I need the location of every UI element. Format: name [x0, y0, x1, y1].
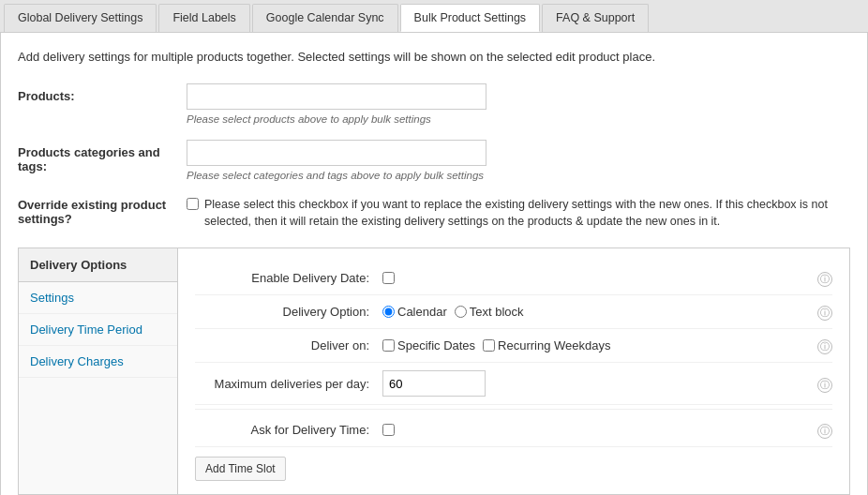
deliver-on-label: Deliver on: — [195, 338, 382, 352]
panel-row-ask-delivery-time: Ask for Delivery Time: ⓘ — [195, 413, 832, 447]
separator — [195, 409, 832, 410]
override-description: Please select this checkbox if you want … — [204, 196, 850, 232]
override-label: Override existing product settings? — [18, 196, 187, 226]
tabs-bar: Global Delivery Settings Field Labels Go… — [0, 0, 868, 33]
tab-bulk-product[interactable]: Bulk Product Settings — [400, 4, 541, 32]
tab-field-labels[interactable]: Field Labels — [158, 4, 249, 32]
tab-faq-support[interactable]: FAQ & Support — [542, 4, 649, 32]
delivery-option-label: Delivery Option: — [195, 305, 382, 319]
enable-delivery-info-icon: ⓘ — [817, 269, 832, 287]
radio-textblock-label[interactable]: Text block — [455, 305, 524, 319]
products-section: Products: Please select products above t… — [18, 83, 850, 125]
products-hint: Please select products above to apply bu… — [187, 113, 850, 125]
categories-section: Products categories and tags: Please sel… — [18, 140, 850, 181]
panel-main: Enable Delivery Date: ⓘ Delivery Option:… — [178, 248, 849, 494]
main-content: Add delivery settings for multiple produ… — [0, 33, 868, 495]
categories-hint: Please select categories and tags above … — [187, 170, 850, 181]
override-section: Override existing product settings? Plea… — [18, 196, 850, 232]
sidebar-item-delivery-time-period[interactable]: Delivery Time Period — [19, 314, 177, 346]
products-field: Please select products above to apply bu… — [187, 83, 850, 125]
products-input[interactable] — [187, 83, 486, 110]
ask-delivery-time-control — [382, 424, 817, 436]
enable-delivery-label: Enable Delivery Date: — [195, 271, 382, 285]
categories-field: Please select categories and tags above … — [187, 140, 850, 181]
categories-input[interactable] — [187, 140, 486, 166]
specific-dates-label[interactable]: Specific Dates — [382, 338, 475, 352]
recurring-weekdays-checkbox[interactable] — [483, 339, 495, 352]
radio-calendar[interactable] — [382, 306, 395, 318]
enable-delivery-control — [382, 272, 817, 284]
max-deliveries-label: Maximum deliveries per day: — [195, 377, 382, 391]
delivery-option-info-icon: ⓘ — [817, 303, 832, 321]
max-deliveries-info-icon: ⓘ — [817, 375, 832, 393]
sidebar-item-delivery-charges[interactable]: Delivery Charges — [19, 346, 177, 378]
sidebar-title: Delivery Options — [19, 248, 177, 282]
specific-dates-checkbox[interactable] — [382, 339, 395, 352]
deliver-on-info-icon: ⓘ — [817, 337, 832, 354]
sidebar-item-settings[interactable]: Settings — [19, 282, 177, 314]
add-time-slot-button[interactable]: Add Time Slot — [195, 457, 286, 481]
max-deliveries-control — [382, 370, 817, 397]
ask-delivery-time-checkbox[interactable] — [382, 424, 395, 436]
max-deliveries-input[interactable] — [382, 370, 486, 397]
panel-row-deliver-on: Deliver on: Specific Dates Recurring Wee… — [195, 329, 832, 363]
override-checkbox[interactable] — [187, 198, 199, 210]
delivery-option-control: Calendar Text block — [382, 305, 817, 319]
delivery-panel: Delivery Options Settings Delivery Time … — [18, 248, 850, 495]
panel-row-delivery-option: Delivery Option: Calendar Text block ⓘ — [195, 295, 832, 329]
enable-delivery-checkbox[interactable] — [382, 272, 395, 284]
ask-delivery-time-info-icon: ⓘ — [817, 421, 832, 439]
radio-textblock[interactable] — [455, 306, 467, 318]
radio-calendar-label[interactable]: Calendar — [382, 305, 447, 319]
page-description: Add delivery settings for multiple produ… — [18, 48, 850, 67]
panel-row-enable-delivery: Enable Delivery Date: ⓘ — [195, 262, 832, 295]
panel-row-max-deliveries: Maximum deliveries per day: ⓘ — [195, 363, 832, 405]
panel-sidebar: Delivery Options Settings Delivery Time … — [19, 248, 178, 494]
tab-global-delivery[interactable]: Global Delivery Settings — [4, 4, 157, 32]
deliver-on-control: Specific Dates Recurring Weekdays — [382, 338, 817, 352]
categories-label: Products categories and tags: — [18, 140, 187, 173]
tab-google-calendar[interactable]: Google Calendar Sync — [252, 4, 398, 32]
products-label: Products: — [18, 83, 187, 103]
override-field: Please select this checkbox if you want … — [187, 196, 850, 232]
ask-delivery-time-label: Ask for Delivery Time: — [195, 423, 382, 437]
recurring-weekdays-label[interactable]: Recurring Weekdays — [483, 338, 610, 352]
